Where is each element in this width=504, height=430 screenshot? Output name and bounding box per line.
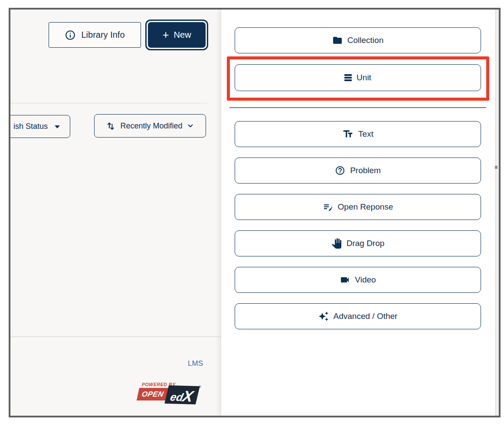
add-drag-drop-button[interactable]: Drag Drop: [235, 230, 481, 256]
library-info-label: Library Info: [81, 30, 124, 40]
edx-logo-block: ed X: [164, 385, 200, 404]
add-unit-label: Unit: [357, 73, 371, 82]
footer-divider: [10, 336, 221, 337]
sort-label: Recently Modified: [120, 121, 182, 131]
library-info-button[interactable]: Library Info: [49, 22, 141, 48]
add-text-button[interactable]: Text: [235, 121, 481, 147]
sparkles-icon: [318, 311, 329, 322]
registered-mark: ®: [199, 385, 201, 389]
content-type-divider: [229, 107, 486, 108]
problem-icon: [335, 165, 345, 176]
scrollbar[interactable]: [495, 10, 499, 416]
library-content-panel: Library Info + New ish Status Recently M…: [10, 10, 221, 416]
info-icon: [65, 30, 76, 41]
folder-icon: [332, 35, 343, 46]
app-window: Library Info + New ish Status Recently M…: [9, 8, 501, 417]
add-advanced-label: Advanced / Other: [334, 312, 398, 321]
powered-by-openedx-logo[interactable]: POWERED BY OPEN ed X ®: [138, 382, 201, 409]
add-text-label: Text: [358, 129, 373, 139]
open-logo-block: OPEN: [137, 388, 169, 400]
add-advanced-button[interactable]: Advanced / Other: [235, 303, 481, 329]
add-unit-button[interactable]: Unit: [235, 64, 481, 91]
unit-icon: [344, 74, 352, 81]
publish-status-label: ish Status: [13, 122, 48, 131]
add-video-button[interactable]: Video: [235, 267, 481, 293]
x-text: X: [181, 390, 194, 403]
open-response-icon: [323, 202, 333, 212]
video-icon: [340, 275, 350, 285]
add-problem-button[interactable]: Problem: [235, 158, 481, 184]
new-button-focus-ring: + New: [145, 20, 208, 50]
lms-link[interactable]: LMS: [188, 359, 203, 368]
new-button[interactable]: + New: [148, 22, 206, 48]
add-drag-drop-label: Drag Drop: [347, 239, 385, 248]
add-content-sidebar: Collection Unit Text Problem Open Repons…: [221, 10, 499, 416]
drag-drop-icon: [331, 238, 342, 249]
chevron-down-icon: [187, 122, 194, 130]
publish-status-filter[interactable]: ish Status: [9, 115, 70, 138]
plus-icon: +: [162, 29, 169, 40]
add-open-response-button[interactable]: Open Reponse: [235, 194, 481, 220]
caret-down-icon: [55, 125, 60, 128]
open-text: OPEN: [141, 390, 164, 399]
add-open-response-label: Open Reponse: [338, 202, 393, 212]
add-problem-label: Problem: [350, 166, 381, 175]
header-divider: [10, 103, 207, 104]
add-collection-label: Collection: [347, 36, 383, 45]
sort-arrows-icon: [106, 121, 116, 131]
text-icon: [342, 128, 353, 140]
sort-button[interactable]: Recently Modified: [94, 114, 206, 138]
scrollbar-thumb[interactable]: [495, 166, 497, 169]
add-video-label: Video: [355, 275, 376, 285]
new-button-label: New: [174, 30, 191, 40]
add-collection-button[interactable]: Collection: [235, 27, 481, 53]
